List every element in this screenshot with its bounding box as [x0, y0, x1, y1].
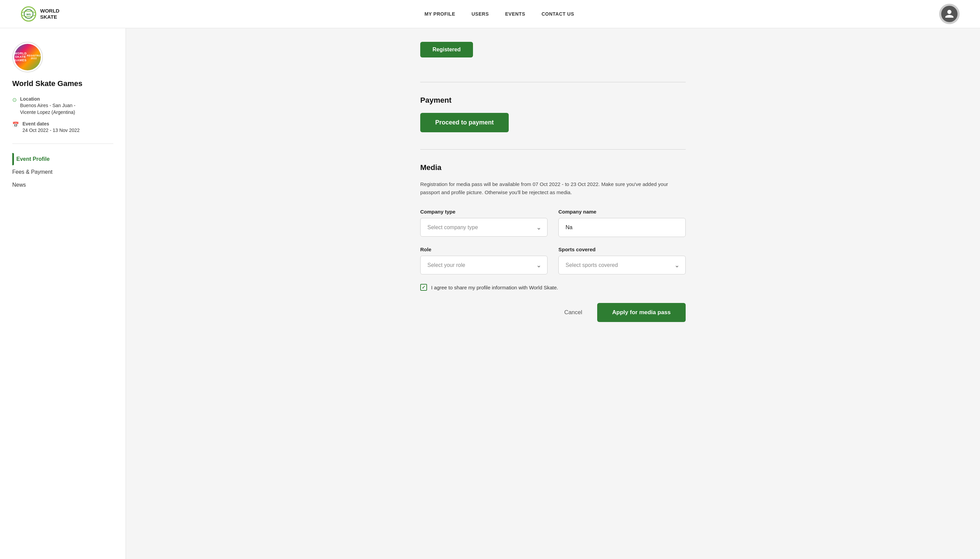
- nav-contact-us[interactable]: CONTACT US: [541, 11, 574, 17]
- layout: WORLDSKATEGAMESREGISTRO 2022 World Skate…: [0, 28, 980, 559]
- sports-covered-select-wrap: Select sports covered ⌄: [559, 256, 686, 275]
- avatar[interactable]: [941, 6, 958, 22]
- media-description: Registration for media pass will be avai…: [420, 180, 686, 197]
- main-nav: MY PROFILE USERS EVENTS CONTACT US: [425, 11, 574, 17]
- sidebar-item-fees-payment[interactable]: Fees & Payment: [12, 166, 52, 178]
- header-right: [939, 4, 960, 24]
- logo-text: WORLD SKATE: [40, 8, 60, 20]
- nav-users[interactable]: USERS: [472, 11, 489, 17]
- company-name-label: Company name: [559, 209, 686, 215]
- cancel-button[interactable]: Cancel: [557, 304, 589, 321]
- sidebar-nav-fees-wrap: Fees & Payment: [12, 166, 113, 178]
- header: WS WORLD SKATE MY PROFILE USERS EVENTS C…: [0, 0, 980, 28]
- role-label: Role: [420, 246, 547, 252]
- sidebar-divider: [12, 144, 113, 144]
- world-skate-logo-icon: WS: [20, 6, 37, 22]
- role-select-wrap: Select your role ⌄: [420, 256, 547, 275]
- checkmark-icon: ✓: [421, 284, 426, 290]
- media-divider: [420, 149, 686, 150]
- sidebar: WORLDSKATEGAMESREGISTRO 2022 World Skate…: [0, 28, 126, 559]
- event-logo: WORLDSKATEGAMESREGISTRO 2022: [12, 42, 43, 73]
- event-logo-inner: WORLDSKATEGAMESREGISTRO 2022: [14, 44, 41, 70]
- main-inner: Registered Payment Proceed to payment Me…: [400, 28, 706, 349]
- media-title: Media: [420, 163, 686, 172]
- main-content: Registered Payment Proceed to payment Me…: [126, 28, 980, 559]
- sports-covered-group: Sports covered Select sports covered ⌄: [559, 246, 686, 275]
- agree-checkbox-row: ✓ I agree to share my profile informatio…: [420, 284, 686, 291]
- proceed-to-payment-button[interactable]: Proceed to payment: [420, 113, 509, 132]
- sidebar-item-news[interactable]: News: [12, 179, 26, 191]
- logo-area: WS WORLD SKATE: [20, 6, 60, 22]
- media-section: Media Registration for media pass will b…: [420, 163, 686, 322]
- location-info: ⊙ Location Buenos Aires - San Juan -Vice…: [12, 96, 113, 116]
- sidebar-item-event-profile[interactable]: Event Profile: [12, 153, 50, 165]
- sidebar-nav: Event Profile Fees & Payment News: [12, 153, 113, 191]
- event-dates-label: Event dates: [22, 121, 80, 126]
- form-row-role: Role Select your role ⌄ Sports covered: [420, 246, 686, 275]
- actions-row: Cancel Apply for media pass: [420, 303, 686, 322]
- agree-checkbox-label: I agree to share my profile information …: [431, 284, 558, 290]
- agree-checkbox[interactable]: ✓: [420, 284, 427, 291]
- payment-title: Payment: [420, 96, 686, 105]
- payment-section: Payment Proceed to payment: [420, 96, 686, 149]
- role-group: Role Select your role ⌄: [420, 246, 547, 275]
- registered-button[interactable]: Registered: [420, 42, 473, 58]
- location-icon: ⊙: [12, 97, 17, 103]
- avatar-container: [939, 4, 960, 24]
- nav-my-profile[interactable]: MY PROFILE: [425, 11, 455, 17]
- event-name: World Skate Games: [12, 79, 113, 88]
- nav-events[interactable]: EVENTS: [505, 11, 525, 17]
- company-type-select[interactable]: Select company type: [420, 218, 547, 237]
- event-dates-info: 📅 Event dates 24 Oct 2022 - 13 Nov 2022: [12, 121, 113, 134]
- sidebar-nav-news-wrap: News: [12, 179, 113, 191]
- form-row-company: Company type Select company type ⌄ Compa…: [420, 209, 686, 237]
- sports-covered-label: Sports covered: [559, 246, 686, 252]
- location-label: Location: [20, 96, 76, 102]
- company-type-group: Company type Select company type ⌄: [420, 209, 547, 237]
- event-dates-value: 24 Oct 2022 - 13 Nov 2022: [22, 127, 80, 134]
- company-type-label: Company type: [420, 209, 547, 215]
- company-type-select-wrap: Select company type ⌄: [420, 218, 547, 237]
- apply-media-pass-button[interactable]: Apply for media pass: [597, 303, 686, 322]
- location-value: Buenos Aires - San Juan -Vicente Lopez (…: [20, 103, 76, 116]
- svg-text:WS: WS: [27, 13, 31, 16]
- active-bar: [12, 153, 14, 165]
- company-name-input[interactable]: [559, 218, 686, 237]
- payment-divider: [420, 82, 686, 82]
- company-name-group: Company name: [559, 209, 686, 237]
- role-select[interactable]: Select your role: [420, 256, 547, 275]
- calendar-icon: 📅: [12, 121, 19, 128]
- sidebar-nav-event-profile-wrap: Event Profile: [12, 153, 113, 165]
- sports-covered-select[interactable]: Select sports covered: [559, 256, 686, 275]
